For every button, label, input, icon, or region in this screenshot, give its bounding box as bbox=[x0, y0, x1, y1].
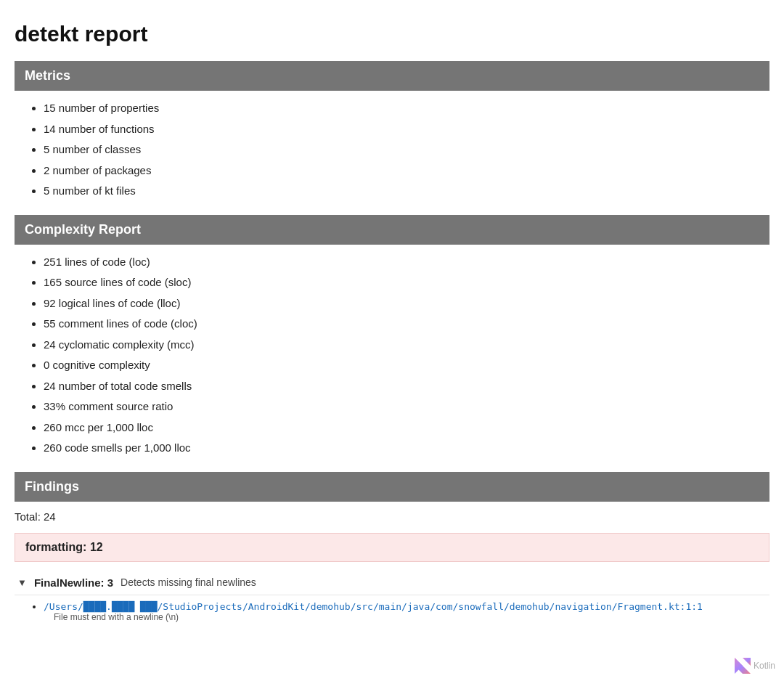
findings-subsection: formatting: 12▼FinalNewline: 3Detects mi… bbox=[15, 533, 769, 622]
complexity-section-header: Complexity Report bbox=[15, 215, 769, 245]
metrics-list-item: 5 number of kt files bbox=[44, 181, 769, 202]
metrics-list-item: 14 number of functions bbox=[44, 119, 769, 140]
finding-file-note: File must end with a newline (\n) bbox=[44, 612, 769, 622]
complexity-list: 251 lines of code (loc)165 source lines … bbox=[15, 252, 769, 459]
metrics-list-item: 2 number of packages bbox=[44, 160, 769, 182]
metrics-section-header: Metrics bbox=[15, 61, 769, 91]
findings-subsection-header: formatting: 12 bbox=[15, 533, 769, 562]
complexity-list-item: 0 cognitive complexity bbox=[44, 355, 769, 376]
finding-file-item: /Users/████.████ ███/StudioProjects/Andr… bbox=[44, 601, 769, 622]
finding-rule-description: Detects missing final newlines bbox=[121, 576, 256, 588]
complexity-list-item: 251 lines of code (loc) bbox=[44, 252, 769, 273]
complexity-list-item: 165 source lines of code (sloc) bbox=[44, 272, 769, 293]
finding-rule-row[interactable]: ▼FinalNewline: 3Detects missing final ne… bbox=[15, 571, 769, 595]
metrics-list-item: 5 number of classes bbox=[44, 139, 769, 160]
metrics-list-item: 15 number of properties bbox=[44, 98, 769, 119]
finding-rule-name: FinalNewline: 3 bbox=[34, 576, 113, 589]
complexity-list-item: 24 cyclomatic complexity (mcc) bbox=[44, 335, 769, 356]
complexity-list-item: 260 code smells per 1,000 lloc bbox=[44, 438, 769, 459]
finding-file-list: /Users/████.████ ███/StudioProjects/Andr… bbox=[15, 601, 769, 622]
finding-rule-toggle[interactable]: ▼ bbox=[17, 577, 27, 588]
findings-total: Total: 24 bbox=[15, 510, 769, 523]
metrics-list: 15 number of properties14 number of func… bbox=[15, 98, 769, 202]
complexity-list-item: 92 logical lines of code (lloc) bbox=[44, 293, 769, 314]
findings-section-header: Findings bbox=[15, 472, 769, 502]
finding-file-path[interactable]: /Users/████.████ ███/StudioProjects/Andr… bbox=[44, 601, 703, 612]
complexity-list-item: 24 number of total code smells bbox=[44, 376, 769, 397]
page-title: detekt report bbox=[15, 22, 769, 46]
complexity-list-item: 55 comment lines of code (cloc) bbox=[44, 314, 769, 335]
complexity-list-item: 260 mcc per 1,000 lloc bbox=[44, 417, 769, 439]
complexity-list-item: 33% comment source ratio bbox=[44, 396, 769, 417]
